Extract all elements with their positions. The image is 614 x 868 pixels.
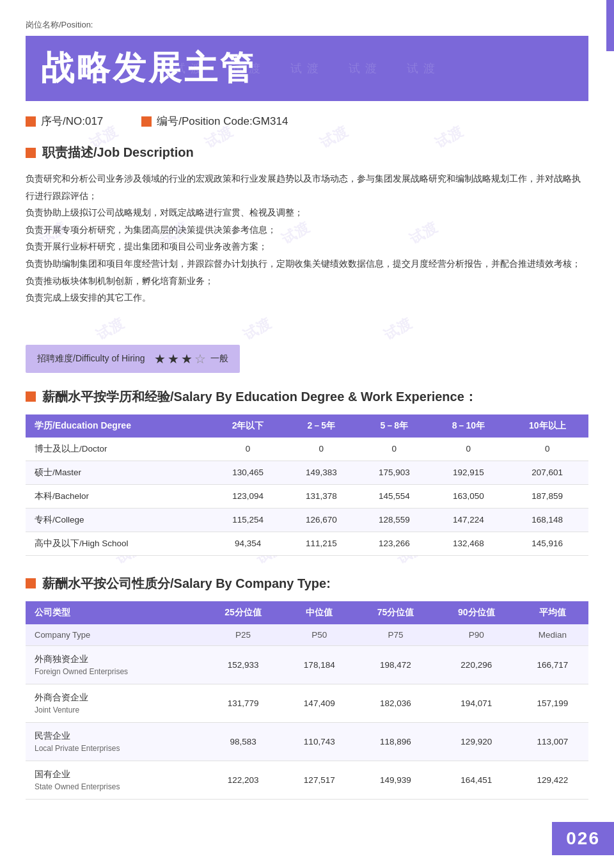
col-median: 平均值: [517, 601, 588, 624]
title-banner: 试渡 试渡 试渡 试渡 试渡 战略发展主管: [26, 36, 588, 101]
code-icon: [141, 116, 152, 127]
star-1: ★: [154, 351, 166, 367]
job-desc-title: 职责描述/Job Description: [42, 144, 194, 161]
salary-edu-header: 薪酬水平按学历和经验/Salary By Education Degree & …: [26, 388, 588, 406]
salary-company-icon: [26, 578, 36, 588]
job-line-4: 负责开展行业标杆研究，提出集团和项目公司业务改善方案；: [26, 238, 588, 255]
star-4: ☆: [194, 351, 206, 367]
page-title: 战略发展主管: [41, 46, 573, 91]
p75-label: P75: [355, 624, 436, 646]
job-line-5: 负责协助编制集团和项目年度经营计划，并跟踪督办计划执行，定期收集关键绩效数据信息…: [26, 255, 588, 272]
no-icon: [26, 116, 36, 127]
doctor-v3: 0: [358, 438, 430, 461]
job-line-2: 负责协助上级拟订公司战略规划，对既定战略进行宣贯、检视及调整；: [26, 204, 588, 221]
difficulty-text: 一般: [210, 353, 228, 365]
col-p25: 25分位值: [203, 601, 283, 624]
job-line-1: 负责研究和分析公司业务涉及领域的行业的宏观政策和行业发展趋势以及市场动态，参与集…: [26, 170, 588, 204]
company-type-row: 外商合资企业 Joint Venture 131,779 147,409 182…: [26, 684, 588, 722]
col-company-type: 公司类型: [26, 601, 203, 624]
code-text: 编号/Position Code:GM314: [157, 114, 288, 129]
col-p90: 90分位值: [436, 601, 517, 624]
salary-company-title: 薪酬水平按公司性质分/Salary By Company Type:: [42, 575, 331, 592]
star-3: ★: [181, 351, 193, 367]
doctor-v5: 0: [506, 438, 588, 461]
degree-master: 硕士/Master: [26, 461, 211, 484]
stars: ★ ★ ★ ☆ 一般: [154, 351, 228, 367]
job-desc-icon: [26, 148, 36, 158]
table-row: 高中及以下/High School 94,354 111,215 123,266…: [26, 532, 588, 555]
table-row: 本科/Bachelor 123,094 131,378 145,554 163,…: [26, 484, 588, 508]
col-2-5y: 2－5年: [285, 414, 358, 438]
job-desc-header: 职责描述/Job Description: [26, 144, 588, 161]
company-type-row: 国有企业 State Owned Enterprises 122,203 127…: [26, 761, 588, 799]
salary-edu-title: 薪酬水平按学历和经验/Salary By Education Degree & …: [42, 388, 477, 406]
p50-label: P50: [283, 624, 355, 646]
doctor-v1: 0: [211, 438, 285, 461]
col-8-10y: 8－10年: [430, 414, 506, 438]
position-label: 岗位名称/Position:: [26, 19, 588, 31]
p90-label: P90: [436, 624, 517, 646]
company-subheader-row: Company Type P25 P50 P75 P90 Median: [26, 624, 588, 646]
salary-edu-header-row: 学历/Education Degree 2年以下 2－5年 5－8年 8－10年…: [26, 414, 588, 438]
degree-college: 专科/College: [26, 508, 211, 532]
doctor-v4: 0: [430, 438, 506, 461]
local-private-cell: 民营企业 Local Private Enterprises: [26, 722, 203, 761]
foreign-owned-cell: 外商独资企业 Foreign Owned Enterprises: [26, 645, 203, 684]
info-row: 序号/NO:017 编号/Position Code:GM314: [26, 114, 588, 129]
page-number: 026: [552, 822, 614, 855]
col-10y: 10年以上: [506, 414, 588, 438]
company-type-row: 民营企业 Local Private Enterprises 98,583 11…: [26, 722, 588, 761]
salary-company-header: 薪酬水平按公司性质分/Salary By Company Type:: [26, 575, 588, 592]
job-description: 负责研究和分析公司业务涉及领域的行业的宏观政策和行业发展趋势以及市场动态，参与集…: [26, 170, 588, 306]
doctor-v2: 0: [285, 438, 358, 461]
job-line-3: 负责开展专项分析研究，为集团高层的决策提供决策参考信息；: [26, 221, 588, 239]
col-p75: 75分位值: [355, 601, 436, 624]
job-line-7: 负责完成上级安排的其它工作。: [26, 289, 588, 306]
col-5-8y: 5－8年: [358, 414, 430, 438]
p25-label: P25: [203, 624, 283, 646]
code-item: 编号/Position Code:GM314: [141, 114, 288, 129]
top-accent-bar: [606, 0, 614, 51]
no-item: 序号/NO:017: [26, 114, 103, 129]
median-label: Median: [517, 624, 588, 646]
job-line-6: 负责推动板块体制机制创新，孵化培育新业务；: [26, 272, 588, 290]
col-2y: 2年以下: [211, 414, 285, 438]
table-row: 博士及以上/Doctor 0 0 0 0 0: [26, 438, 588, 461]
table-row: 硕士/Master 130,465 149,383 175,903 192,91…: [26, 461, 588, 484]
salary-edu-icon: [26, 391, 36, 402]
salary-edu-table: 学历/Education Degree 2年以下 2－5年 5－8年 8－10年…: [26, 414, 588, 556]
company-type-row: 外商独资企业 Foreign Owned Enterprises 152,933…: [26, 645, 588, 684]
col-p50: 中位值: [283, 601, 355, 624]
salary-company-section: 薪酬水平按公司性质分/Salary By Company Type: 公司类型 …: [26, 575, 588, 800]
degree-highschool: 高中及以下/High School: [26, 532, 211, 555]
salary-company-table: 公司类型 25分位值 中位值 75分位值 90分位值 平均值 Company T…: [26, 601, 588, 800]
difficulty-label: 招聘难度/Difficulty of Hiring: [37, 353, 145, 365]
state-owned-cell: 国有企业 State Owned Enterprises: [26, 761, 203, 799]
degree-bachelor: 本科/Bachelor: [26, 484, 211, 508]
star-2: ★: [168, 351, 179, 367]
no-text: 序号/NO:017: [41, 114, 103, 129]
col-degree: 学历/Education Degree: [26, 414, 211, 438]
difficulty-section: 招聘难度/Difficulty of Hiring ★ ★ ★ ☆ 一般: [26, 345, 240, 373]
company-header-row: 公司类型 25分位值 中位值 75分位值 90分位值 平均值: [26, 601, 588, 624]
company-type-label: Company Type: [26, 624, 203, 646]
joint-venture-cell: 外商合资企业 Joint Venture: [26, 684, 203, 722]
salary-edu-section: 薪酬水平按学历和经验/Salary By Education Degree & …: [26, 388, 588, 556]
degree-doctor: 博士及以上/Doctor: [26, 438, 211, 461]
table-row: 专科/College 115,254 126,670 128,559 147,2…: [26, 508, 588, 532]
